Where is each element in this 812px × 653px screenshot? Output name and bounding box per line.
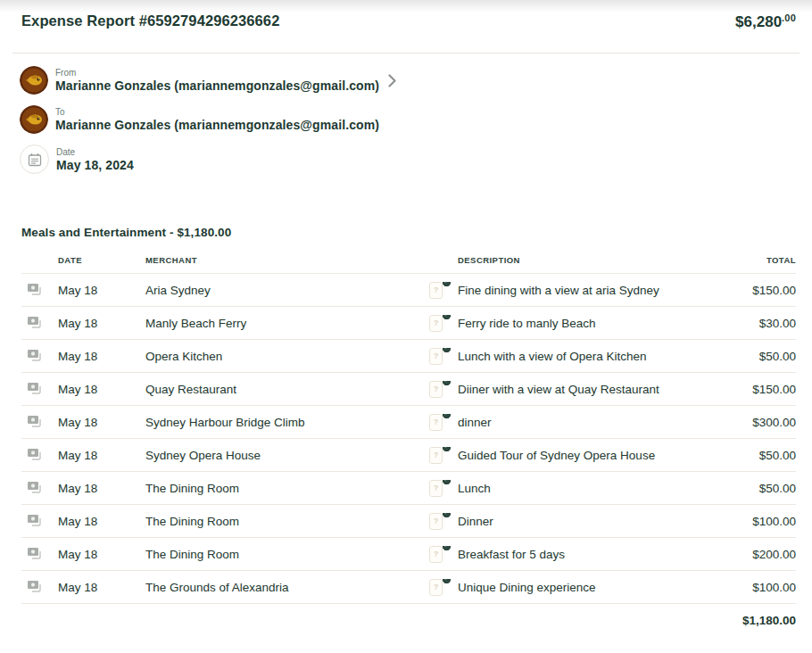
expense-date: May 18: [58, 482, 145, 495]
missing-image-glyph: ?: [429, 513, 443, 530]
desc-icon-cell: ?: [429, 546, 458, 563]
expense-table: DATE MERCHANT DESCRIPTION TOTAL May 18 A…: [0, 255, 812, 636]
expense-date: May 18: [58, 416, 145, 429]
receipt-cell: [21, 547, 58, 562]
expense-merchant: Opera Kitchen: [145, 350, 429, 363]
to-label: To: [55, 107, 379, 117]
receipt-cell: [21, 481, 58, 496]
date-label: Date: [56, 147, 134, 157]
expense-merchant: The Dining Room: [145, 548, 429, 561]
report-header: Expense Report #6592794296236662 $6,280.…: [0, 0, 812, 31]
missing-image-glyph: ?: [429, 282, 443, 299]
receipt-icon[interactable]: [27, 547, 42, 559]
date-text: Date May 18, 2024: [56, 147, 134, 172]
image-placeholder-icon: ?: [429, 282, 443, 299]
receipt-icon[interactable]: [27, 349, 42, 361]
receipt-icon[interactable]: [27, 316, 42, 328]
table-row[interactable]: May 18 The Dining Room ? Lunch $50.00: [21, 471, 796, 504]
receipt-cell: [21, 580, 58, 595]
date-value: May 18, 2024: [56, 158, 134, 172]
receipt-cell: [21, 415, 58, 430]
receipt-icon[interactable]: [27, 415, 42, 427]
table-row[interactable]: May 18 The Grounds of Alexandria ? Uniqu…: [21, 570, 796, 603]
expense-total: $100.00: [689, 581, 796, 594]
expense-date: May 18: [58, 383, 145, 396]
receipt-icon[interactable]: [27, 481, 42, 493]
expense-description: Breakfast for 5 days: [458, 548, 689, 561]
to-row: To Marianne Gonzales (mariannemgonzales@…: [20, 105, 791, 134]
table-row[interactable]: May 18 The Dining Room ? Breakfast for 5…: [21, 537, 796, 570]
table-row[interactable]: May 18 Opera Kitchen ? Lunch with a view…: [21, 339, 796, 372]
from-row[interactable]: From Marianne Gonzales (mariannemgonzale…: [20, 66, 791, 95]
table-row[interactable]: May 18 The Dining Room ? Dinner $100.00: [21, 504, 796, 537]
total-dollars: $6,280: [735, 13, 782, 30]
total-cents: .00: [782, 12, 796, 23]
globe-badge-icon: [443, 579, 451, 583]
desc-icon-cell: ?: [429, 480, 458, 497]
receipt-icon[interactable]: [27, 580, 42, 592]
table-row[interactable]: May 18 Manly Beach Ferry ? Ferry ride to…: [21, 306, 796, 339]
globe-badge-icon: [443, 447, 451, 451]
column-header-total: TOTAL: [689, 255, 796, 265]
receipt-cell: [21, 349, 58, 364]
column-header-merchant: MERCHANT: [145, 255, 429, 265]
to-text: To Marianne Gonzales (mariannemgonzales@…: [55, 107, 379, 132]
globe-badge-icon: [443, 282, 451, 286]
table-row[interactable]: May 18 Quay Restaurant ? Diiner with a v…: [21, 372, 796, 405]
globe-badge-icon: [443, 513, 451, 517]
expense-date: May 18: [58, 581, 145, 594]
expense-total: $100.00: [689, 515, 796, 528]
receipt-icon[interactable]: [27, 514, 42, 526]
expense-merchant: Sydney Harbour Bridge Climb: [145, 416, 429, 429]
from-value: Marianne Gonzales (mariannemgonzales@gma…: [55, 79, 379, 93]
desc-icon-cell: ?: [429, 381, 458, 398]
report-meta: From Marianne Gonzales (mariannemgonzale…: [0, 54, 812, 174]
table-row[interactable]: May 18 Aria Sydney ? Fine dining with a …: [21, 273, 796, 306]
expense-total: $50.00: [689, 482, 796, 495]
expense-merchant: Quay Restaurant: [145, 383, 429, 396]
receipt-icon[interactable]: [27, 283, 42, 295]
chevron-right-icon[interactable]: [388, 74, 396, 87]
column-header-description: DESCRIPTION: [458, 255, 689, 265]
from-text: From Marianne Gonzales (mariannemgonzale…: [55, 68, 379, 93]
to-value: Marianne Gonzales (mariannemgonzales@gma…: [55, 118, 379, 132]
expense-date: May 18: [58, 515, 145, 528]
image-placeholder-icon: ?: [429, 414, 443, 431]
expense-date: May 18: [58, 317, 145, 330]
expense-total: $200.00: [689, 548, 796, 561]
globe-badge-icon: [443, 315, 451, 319]
expense-merchant: The Dining Room: [145, 515, 429, 528]
image-placeholder-icon: ?: [429, 546, 443, 563]
image-placeholder-icon: ?: [429, 315, 443, 332]
expense-description: Ferry ride to manly Beach: [458, 317, 689, 330]
image-placeholder-icon: ?: [429, 513, 443, 530]
receipt-cell: [21, 316, 58, 331]
recipient-avatar: [20, 105, 48, 134]
missing-image-glyph: ?: [429, 381, 443, 398]
expense-description: Fine dining with a view at aria Sydney: [458, 284, 689, 297]
desc-icon-cell: ?: [429, 513, 458, 530]
expense-merchant: Manly Beach Ferry: [145, 317, 429, 330]
expense-total: $50.00: [689, 350, 796, 363]
expense-total: $150.00: [689, 284, 796, 297]
expense-description: Unique Dining experience: [458, 581, 689, 594]
table-row[interactable]: May 18 Sydney Opera House ? Guided Tour …: [21, 438, 796, 471]
image-placeholder-icon: ?: [429, 381, 443, 398]
receipt-cell: [21, 514, 58, 529]
expense-merchant: Aria Sydney: [145, 284, 429, 297]
expense-description: Lunch: [458, 482, 689, 495]
image-placeholder-icon: ?: [429, 447, 443, 464]
globe-badge-icon: [443, 414, 451, 418]
page-title: Expense Report #6592794296236662: [21, 12, 279, 29]
expense-description: Guided Tour of Sydney Opera House: [458, 449, 689, 462]
expense-total: $300.00: [689, 416, 796, 429]
table-row[interactable]: May 18 Sydney Harbour Bridge Climb ? din…: [21, 405, 796, 438]
receipt-icon[interactable]: [27, 448, 42, 460]
globe-badge-icon: [443, 381, 451, 385]
missing-image-glyph: ?: [429, 447, 443, 464]
missing-image-glyph: ?: [429, 348, 443, 365]
image-placeholder-icon: ?: [429, 579, 443, 596]
globe-badge-icon: [443, 480, 451, 484]
missing-image-glyph: ?: [429, 480, 443, 497]
receipt-icon[interactable]: [27, 382, 42, 394]
